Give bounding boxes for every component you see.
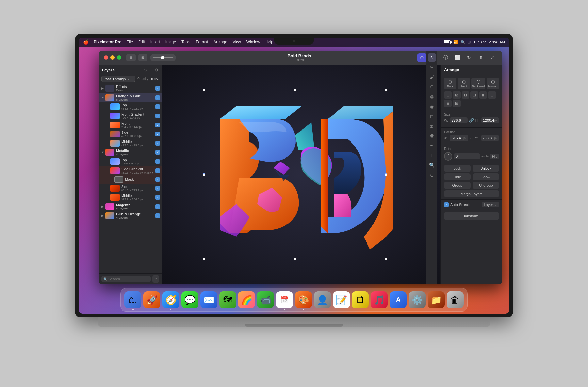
layer-check-fg[interactable]: ✓ (155, 114, 160, 118)
layer-item-front-gradient[interactable]: Front Gradient 420 × 1142 px ✓ (99, 111, 162, 120)
align-left-btn[interactable]: ⊟ (444, 91, 452, 99)
layer-check-sg[interactable]: ✓ (155, 168, 160, 173)
group-btn[interactable]: Group (444, 182, 471, 189)
dock-icon-mail[interactable]: ✉️ (200, 291, 217, 308)
layer-check-mask[interactable]: ✓ (155, 177, 160, 182)
layer-check-metallic[interactable]: ✓ (155, 150, 160, 155)
search-input[interactable] (108, 277, 149, 281)
position-y-input[interactable]: 258.8 px (481, 135, 499, 141)
tool-zoom[interactable]: 🔍 (428, 161, 436, 169)
maximize-button[interactable] (117, 55, 121, 60)
align-center-v-btn[interactable]: ⊠ (479, 91, 487, 99)
close-button[interactable] (104, 55, 108, 60)
rotate-dial[interactable] (444, 152, 452, 161)
layer-item-middle1[interactable]: Middle 423.3 × 499.8 px ✓ (99, 139, 162, 148)
menubar-edit[interactable]: Edit (138, 40, 145, 44)
auto-select-checkbox[interactable]: ✓ (444, 202, 449, 207)
layer-item-met-side[interactable]: Side 881.3 × 793.2 px ✓ (99, 184, 162, 193)
layer-item-met-middle[interactable]: Middle 323.9 × 254.8 px ✓ (99, 193, 162, 202)
menubar-arrange[interactable]: Arrange (213, 40, 227, 44)
menubar-image[interactable]: Image (165, 40, 176, 44)
dock-icon-launchpad[interactable]: 🚀 (143, 291, 160, 308)
merge-layers-btn[interactable]: Merge Layers (444, 190, 499, 197)
size-h-input[interactable]: 1200.4 px (481, 117, 499, 123)
layer-item-met-top[interactable]: Top 1009 × 957 px ✓ (99, 157, 162, 166)
layer-item-side1[interactable]: Side 427 × 1038.6 px ✓ (99, 130, 162, 139)
layer-check-met-middle[interactable]: ✓ (155, 195, 160, 200)
unlock-btn[interactable]: Unlock (473, 165, 499, 172)
menubar-insert[interactable]: Insert (150, 40, 160, 44)
lock-btn[interactable]: Lock (444, 165, 471, 172)
tool-paint[interactable]: 🖌 (428, 73, 436, 81)
layer-check-met-side[interactable]: ✓ (155, 186, 160, 191)
minimize-button[interactable] (110, 55, 115, 60)
dock-icon-mosaic[interactable]: 📁 (428, 291, 445, 308)
dock-icon-appstore[interactable]: A (390, 291, 407, 308)
layer-check-side1[interactable]: ✓ (155, 132, 160, 136)
menubar-tools[interactable]: Tools (181, 40, 190, 44)
distribute-h-btn[interactable]: ⊟ (444, 100, 452, 107)
dock-icon-notes[interactable]: 🗒 (352, 291, 369, 308)
align-right-btn[interactable]: ⊟ (462, 91, 469, 99)
control-center-icon[interactable]: ⊞ (468, 40, 471, 44)
align-top-btn[interactable]: ⊟ (470, 91, 478, 99)
layout-btn[interactable]: ⊞ (138, 54, 147, 61)
hide-btn[interactable]: Hide (444, 173, 471, 180)
dock-icon-maps[interactable]: 🗺 (219, 291, 236, 308)
tool-blur[interactable]: ◉ (428, 102, 436, 111)
crop-btn[interactable]: ⬜ (453, 53, 462, 62)
dock-icon-trash[interactable]: 🗑 (447, 291, 464, 308)
transform-btn[interactable]: Transform... (444, 212, 499, 220)
arrange-front-btn[interactable]: ⬡ Front (458, 78, 470, 89)
canvas-area[interactable] (162, 65, 440, 284)
blend-mode-dropdown[interactable]: Pass Through ⌄ (101, 76, 135, 82)
auto-select-dropdown[interactable]: Layer ⌄ (482, 202, 499, 207)
dock-icon-messages[interactable]: 💬 (181, 291, 198, 308)
layer-check-blue-orange[interactable]: ✓ (155, 213, 160, 218)
sidebar-toggle-btn[interactable]: ⊟ (126, 54, 136, 61)
align-center-h-btn[interactable]: ⊠ (453, 91, 461, 99)
search-icon[interactable]: 🔍 (461, 40, 465, 44)
dock-icon-pixelmator[interactable]: 🎨 (295, 291, 312, 308)
distribute-v-btn[interactable]: ⊟ (453, 100, 461, 107)
share-btn[interactable]: ⬆ (476, 53, 485, 62)
ungroup-btn[interactable]: Ungroup (473, 182, 499, 189)
layers-sort-icon[interactable]: ⊙ (143, 68, 147, 72)
dock-icon-calendar[interactable]: 📅 (276, 291, 293, 308)
quick-btn[interactable]: ↻ (465, 53, 474, 62)
layer-item-side-gradient[interactable]: Side Gradient 881.3 × 793.2 px Mask ▸ ✓ (99, 166, 162, 175)
menubar-app-name[interactable]: Pixelmator Pro (94, 40, 122, 44)
menubar-help[interactable]: Help (265, 40, 273, 44)
tool-retouch[interactable]: ◎ (428, 92, 436, 101)
layer-check-met-top[interactable]: ✓ (155, 159, 160, 164)
dock-icon-safari[interactable]: 🧭 (162, 291, 179, 308)
dock-icon-contacts[interactable]: 👤 (314, 291, 331, 308)
layer-check-front[interactable]: ✓ (155, 123, 160, 127)
layer-item-mask[interactable]: Mask ✓ (99, 175, 162, 184)
layer-check-middle1[interactable]: ✓ (155, 141, 160, 146)
tool-pen[interactable]: ✒ (428, 141, 436, 150)
tool-shape[interactable]: ⬟ (428, 132, 436, 140)
layers-settings-icon[interactable]: ⚙ (155, 68, 159, 72)
menubar-format[interactable]: Format (196, 40, 208, 44)
rotate-angle-input[interactable]: 0° (454, 153, 480, 159)
layer-check-effects[interactable]: ✓ (155, 86, 160, 91)
apple-menu-icon[interactable]: 🍎 (83, 39, 89, 45)
menubar-file[interactable]: File (127, 40, 133, 44)
layers-add-icon[interactable]: + (150, 68, 152, 72)
layer-item-blue-orange[interactable]: ▶ Blue & Orange 4 Layers ✓ (99, 211, 162, 220)
dock-icon-facetime[interactable]: 📹 (257, 291, 274, 308)
arrange-back-btn[interactable]: ⬡ Back (444, 78, 456, 89)
align-bottom-btn[interactable]: ⊟ (488, 91, 496, 99)
flip-btn[interactable]: Flip (490, 154, 499, 159)
menubar-view[interactable]: View (233, 40, 241, 44)
tool-color[interactable]: ⊙ (428, 171, 436, 179)
dock-icon-photos[interactable]: 🌈 (238, 291, 255, 308)
fullscreen-btn[interactable]: ⤢ (488, 53, 497, 62)
tool-gradient[interactable]: ▦ (428, 122, 436, 130)
tool-text[interactable]: T (428, 151, 436, 160)
arrange-backward-btn[interactable]: ⬡ Backward (471, 78, 486, 89)
dock-icon-reminders[interactable]: 📝 (333, 291, 350, 308)
position-link-btn[interactable]: ↔ (470, 136, 474, 140)
zoom-slider[interactable] (150, 54, 176, 61)
